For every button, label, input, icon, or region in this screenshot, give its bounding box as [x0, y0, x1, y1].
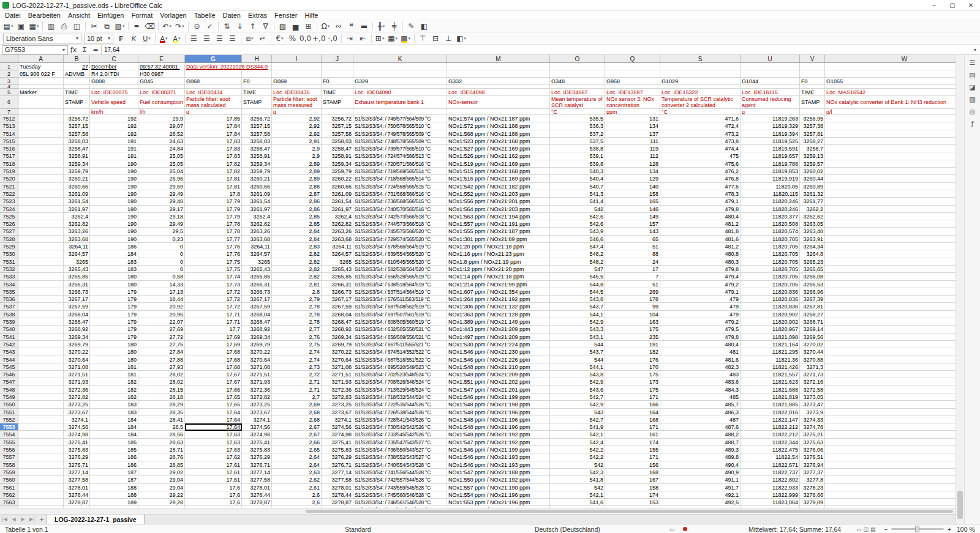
- cell-G7523[interactable]: 17,79: [185, 198, 242, 205]
- cell-E7549[interactable]: 28,18: [138, 393, 185, 401]
- cell-M7547[interactable]: NOx1:551 ppm / NOx21:202 ppm: [447, 378, 550, 386]
- cell-A7548[interactable]: [18, 386, 64, 393]
- properties-deck-icon[interactable]: ▤: [967, 69, 979, 80]
- cell-H7514[interactable]: 3257,58: [242, 130, 272, 138]
- cell-I7534[interactable]: 2,81: [272, 281, 322, 288]
- menu-tabelle[interactable]: Tabelle: [190, 12, 219, 19]
- cell-K5[interactable]: Loc. IDE04090: [353, 89, 447, 96]
- cell-W7553[interactable]: [825, 423, 956, 431]
- cell-V7[interactable]: [800, 109, 825, 115]
- cell-V7533[interactable]: 3266,08: [800, 273, 825, 280]
- cell-M7534[interactable]: NOx1:214 ppm / NOx21:99 ppm: [447, 281, 550, 288]
- cell-W7532[interactable]: [825, 266, 956, 273]
- cell-K7552[interactable]: S1/S2/S3/S4: / 728/541/543/526 °C: [353, 416, 447, 423]
- cell-A7531[interactable]: [18, 258, 64, 266]
- cell-S7551[interactable]: 486,3: [660, 409, 741, 416]
- cell-J7518[interactable]: 3259,34: [322, 160, 353, 168]
- cell-I7561[interactable]: 2,61: [272, 484, 322, 491]
- cell-W7528[interactable]: [825, 236, 956, 243]
- cell-M7548[interactable]: NOx1:547 ppm / NOx21:201 ppm: [447, 386, 550, 393]
- zoom-slider-thumb[interactable]: [915, 526, 919, 532]
- cell-G7534[interactable]: 17,73: [185, 281, 242, 288]
- cell-Q7553[interactable]: 171: [605, 423, 660, 431]
- cell-O7550[interactable]: 542,9: [550, 401, 605, 408]
- font-color-button[interactable]: A: [158, 33, 170, 44]
- cell-B7544[interactable]: 3270,64: [64, 356, 90, 363]
- row-header-7543[interactable]: 7543: [0, 348, 18, 356]
- cell-G7529[interactable]: 17,76: [185, 243, 242, 250]
- cell-I7545[interactable]: 2,73: [272, 363, 322, 371]
- cell-Q7543[interactable]: 182: [605, 348, 660, 356]
- cell-V7537[interactable]: 3267,81: [800, 303, 825, 310]
- cell-B7528[interactable]: 3263,68: [64, 236, 90, 243]
- cell-H7562[interactable]: 3278,44: [242, 491, 272, 499]
- cell-A7529[interactable]: [18, 243, 64, 250]
- cell-B7514[interactable]: 3257,58: [64, 130, 90, 138]
- cell-H7533[interactable]: 3265,85: [242, 273, 272, 280]
- cell-J7526[interactable]: 3262,82: [322, 220, 353, 228]
- cell-U7513[interactable]: 11819,329: [741, 122, 800, 130]
- cell-W7541[interactable]: [825, 334, 956, 341]
- cell-E7561[interactable]: 29,04: [138, 484, 185, 491]
- cell-S7550[interactable]: 485,7: [660, 401, 741, 408]
- cell-S7542[interactable]: 480,4: [660, 341, 741, 348]
- cell-V7515[interactable]: 3258,27: [800, 138, 825, 145]
- cell-O7536[interactable]: 543,8: [550, 296, 605, 303]
- cell-C7526[interactable]: 190: [90, 220, 138, 228]
- cell-W7540[interactable]: [825, 326, 956, 333]
- cell-W7529[interactable]: [825, 243, 956, 250]
- cell-S7548[interactable]: 484,3: [660, 386, 741, 393]
- cell-C5[interactable]: Loc. IDE00075: [90, 89, 138, 96]
- sheet-tab[interactable]: LOG-2022-12-27-1_passive: [47, 515, 145, 524]
- column-header-O[interactable]: O: [550, 55, 605, 63]
- cell-W5[interactable]: Loc. MAS16542: [825, 89, 956, 96]
- sidebar-settings-icon[interactable]: ☰: [967, 57, 979, 68]
- cell-O7523[interactable]: 541,4: [550, 198, 605, 205]
- cell-U7557[interactable]: 11822,54: [741, 453, 800, 461]
- bold-button[interactable]: F: [115, 33, 127, 44]
- cell-S7557[interactable]: 489,8: [660, 453, 741, 461]
- cell-W7557[interactable]: [825, 453, 956, 461]
- cell-G7522[interactable]: 17,8: [185, 190, 242, 198]
- cell-H6[interactable]: STAMP: [242, 96, 272, 109]
- cell-V7529[interactable]: 3264,34: [800, 243, 825, 250]
- cell-W7521[interactable]: [825, 183, 956, 190]
- formula-button[interactable]: =: [90, 45, 101, 54]
- column-header-G[interactable]: G: [185, 55, 242, 63]
- cell-O7520[interactable]: 540,4: [550, 175, 605, 182]
- cell-M7529[interactable]: NOx1:20 ppm / NOx21:18 ppm: [447, 243, 550, 250]
- cell-S7540[interactable]: 479,5: [660, 326, 741, 333]
- cell-W1[interactable]: [825, 63, 956, 70]
- cell-B7545[interactable]: 3271,08: [64, 363, 90, 371]
- cell-V7531[interactable]: 3265,23: [800, 258, 825, 266]
- cell-S6[interactable]: Temperature of SCR catalytic converter 2…: [660, 96, 741, 109]
- cell-B7530[interactable]: 3264,57: [64, 250, 90, 258]
- cut-button[interactable]: ✂: [88, 21, 100, 32]
- first-sheet-button[interactable]: |◀: [0, 515, 9, 524]
- cell-C7525[interactable]: 190: [90, 213, 138, 220]
- cell-K7529[interactable]: S1/S2/S3/S4: / 678/566/564/519 °C: [353, 243, 447, 250]
- cell-I7551[interactable]: 2,68: [272, 409, 322, 416]
- cell-K7531[interactable]: S1/S2/S3/S4: / 610/545/565/520 °C: [353, 258, 447, 266]
- cell-A7539[interactable]: [18, 318, 64, 326]
- cell-H7555[interactable]: 3275,41: [242, 439, 272, 446]
- cell-A7551[interactable]: [18, 409, 64, 416]
- cell-I7559[interactable]: 2,63: [272, 469, 322, 476]
- cell-A7514[interactable]: [18, 130, 64, 138]
- cell-A7561[interactable]: [18, 484, 64, 491]
- row-header-7559[interactable]: 7559: [0, 469, 18, 476]
- cell-M7562[interactable]: NOx1:554 ppm / NOx21:196 ppm: [447, 491, 550, 499]
- menu-hilfe[interactable]: Hilfe: [301, 12, 322, 19]
- cell-G7527[interactable]: 17,78: [185, 228, 242, 235]
- cell-E7512[interactable]: 29,9: [138, 115, 185, 122]
- cell-O7516[interactable]: 538,8: [550, 145, 605, 152]
- cell-E7522[interactable]: 29,49: [138, 190, 185, 198]
- cell-U7531[interactable]: 11820,705: [741, 258, 800, 266]
- cell-O7556[interactable]: 542,2: [550, 446, 605, 453]
- cell-I7550[interactable]: 2,69: [272, 401, 322, 408]
- cell-Q7538[interactable]: 104: [605, 311, 660, 318]
- cell-M7558[interactable]: NOx1:546 ppm / NOx21:193 ppm: [447, 461, 550, 469]
- cell-J7545[interactable]: 3271,08: [322, 363, 353, 371]
- cell-M7563[interactable]: NOx1:553 ppm / NOx21:196 ppm: [447, 499, 550, 506]
- cell-O7[interactable]: °C: [550, 109, 605, 115]
